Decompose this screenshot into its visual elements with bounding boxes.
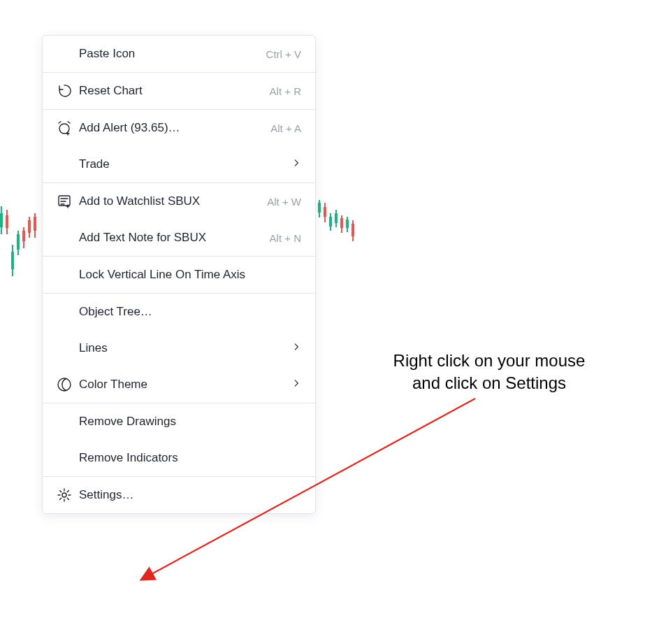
menu-item-reset-chart[interactable]: Reset Chart Alt + R: [43, 73, 315, 109]
paste-shortcut: Ctrl + V: [266, 48, 301, 60]
alert-shortcut: Alt + A: [270, 122, 301, 134]
menu-item-color-theme[interactable]: Color Theme: [43, 366, 315, 403]
objtree-label: Object Tree…: [79, 305, 301, 319]
menu-item-add-alert[interactable]: Add Alert (93.65)… Alt + A: [43, 110, 315, 146]
lines-label: Lines: [79, 341, 291, 355]
alarm-add-icon: [54, 120, 75, 136]
note-shortcut: Alt + N: [270, 232, 301, 244]
moon-icon: [54, 376, 75, 393]
settings-label: Settings…: [79, 488, 301, 502]
remind-label: Remove Indicators: [79, 451, 301, 465]
list-add-icon: [54, 193, 75, 210]
paste-label: Paste Icon: [79, 47, 266, 61]
menu-item-settings[interactable]: Settings…: [43, 477, 315, 513]
menu-item-remove-drawings[interactable]: Remove Drawings: [43, 403, 315, 440]
lock-label: Lock Vertical Line On Time Axis: [79, 268, 301, 282]
theme-label: Color Theme: [79, 378, 291, 392]
menu-item-lock-vertical[interactable]: Lock Vertical Line On Time Axis: [43, 257, 315, 293]
chevron-right-icon: [291, 378, 301, 392]
instruction-annotation: Right click on your mouse and click on S…: [342, 350, 636, 395]
chevron-right-icon: [291, 157, 301, 171]
undo-icon: [54, 83, 75, 99]
menu-item-paste[interactable]: Paste Icon Ctrl + V: [43, 36, 315, 72]
menu-item-remove-indicators[interactable]: Remove Indicators: [43, 440, 315, 476]
right-background-mask: [356, 0, 645, 644]
gear-icon: [54, 487, 75, 503]
menu-item-trade[interactable]: Trade: [43, 146, 315, 183]
watchlist-shortcut: Alt + W: [267, 196, 301, 208]
remdraw-label: Remove Drawings: [79, 415, 301, 429]
alert-label: Add Alert (93.65)…: [79, 121, 270, 135]
annotation-line2: and click on Settings: [342, 372, 636, 394]
reset-label: Reset Chart: [79, 84, 270, 98]
chevron-right-icon: [291, 341, 301, 355]
svg-point-3: [62, 493, 66, 497]
menu-item-lines[interactable]: Lines: [43, 330, 315, 366]
reset-shortcut: Alt + R: [270, 85, 301, 97]
annotation-line1: Right click on your mouse: [342, 350, 636, 372]
note-label: Add Text Note for SBUX: [79, 231, 270, 245]
menu-item-add-watchlist[interactable]: Add to Watchlist SBUX Alt + W: [43, 183, 315, 220]
trade-label: Trade: [79, 157, 291, 171]
context-menu: Paste Icon Ctrl + V Reset Chart Alt + R …: [42, 35, 316, 514]
menu-item-add-note[interactable]: Add Text Note for SBUX Alt + N: [43, 220, 315, 256]
watchlist-label: Add to Watchlist SBUX: [79, 194, 267, 208]
menu-item-object-tree[interactable]: Object Tree…: [43, 294, 315, 330]
